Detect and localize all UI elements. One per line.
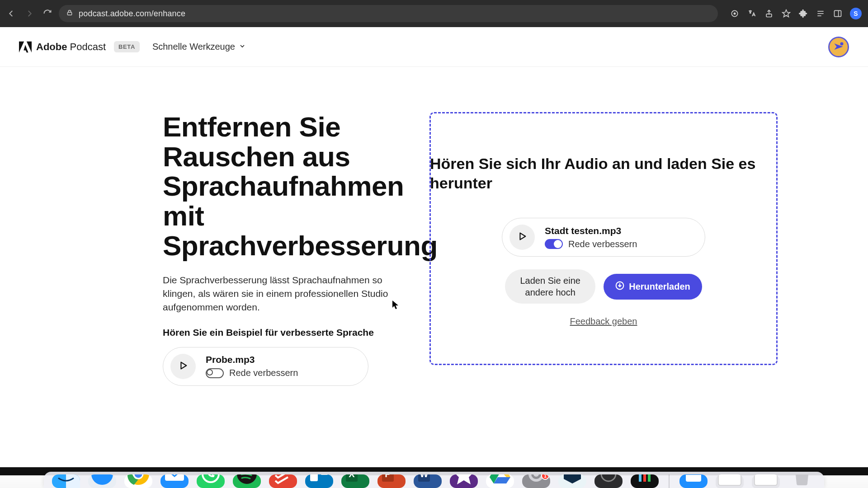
address-bar[interactable]: podcast.adobe.com/enhance: [59, 5, 718, 22]
enhance-label: Rede verbessern: [568, 239, 637, 249]
adobe-logo-icon: [19, 41, 32, 53]
play-icon: [517, 231, 527, 243]
enhance-toggle[interactable]: [206, 368, 224, 378]
share-icon[interactable]: [764, 9, 774, 19]
svg-rect-70: [686, 474, 701, 482]
dock-mail-icon[interactable]: [160, 474, 189, 488]
forward-button[interactable]: [24, 9, 34, 19]
play-button[interactable]: [509, 225, 535, 250]
dock-app2-icon[interactable]: [631, 474, 659, 488]
feedback-link[interactable]: Feedback geben: [570, 316, 637, 327]
main-content: Entfernen Sie Rauschen aus Sprachaufnahm…: [0, 67, 868, 386]
play-button[interactable]: [170, 354, 196, 379]
quick-tools-label: Schnelle Werkzeuge: [152, 42, 235, 52]
sample-filename: Probe.mp3: [206, 354, 298, 365]
reload-button[interactable]: [42, 9, 52, 19]
sample-audio-card: Probe.mp3 Rede verbessern: [163, 347, 368, 386]
svg-marker-10: [19, 41, 24, 52]
svg-rect-41: [310, 474, 318, 481]
dock-area: X P W 1: [0, 470, 868, 488]
svg-text:W: W: [420, 474, 429, 479]
svg-rect-67: [643, 474, 646, 482]
right-column: Hören Sie sich Ihr Audio an und laden Si…: [429, 112, 791, 386]
dropzone-title: Hören Sie sich Ihr Audio an und laden Si…: [430, 154, 776, 192]
address-url: podcast.adobe.com/enhance: [79, 9, 185, 19]
sidepanel-icon[interactable]: [833, 9, 843, 19]
back-button[interactable]: [6, 9, 16, 19]
page-header: Adobe Podcast BETA Schnelle Werkzeuge: [0, 27, 868, 67]
svg-point-15: [840, 42, 843, 45]
translate-icon[interactable]: [747, 9, 757, 19]
enhance-label: Rede verbessern: [229, 368, 298, 378]
download-label: Herunterladen: [629, 282, 690, 292]
dock-xcode-icon[interactable]: [679, 474, 708, 488]
dock-drive-icon[interactable]: [486, 474, 514, 488]
dock-imovie-icon[interactable]: [450, 474, 478, 488]
dock-separator: [669, 474, 670, 488]
svg-text:X: X: [349, 474, 355, 479]
page-subtitle: Die Sprachverbesserung lässt Sprachaufna…: [163, 273, 411, 314]
reading-list-icon[interactable]: [816, 9, 826, 19]
download-button[interactable]: Herunterladen: [604, 274, 702, 300]
dock-trello-icon[interactable]: [305, 474, 333, 488]
browser-nav-controls: [6, 9, 52, 19]
user-avatar[interactable]: [828, 37, 849, 57]
dock-deepl-icon[interactable]: [558, 474, 586, 488]
page-title: Entfernen Sie Rauschen aus Sprachaufnahm…: [163, 112, 411, 261]
left-column: Entfernen Sie Rauschen aus Sprachaufnahm…: [77, 112, 429, 386]
dock-trash-icon[interactable]: [788, 474, 816, 488]
upload-another-label: Laden Sie eine andere hoch: [520, 276, 580, 297]
svg-rect-73: [718, 474, 741, 485]
svg-marker-16: [181, 362, 186, 369]
google-lens-icon[interactable]: [730, 9, 740, 19]
dock-excel-icon[interactable]: X: [341, 474, 369, 488]
dock-safari-icon[interactable]: [88, 474, 116, 488]
enhance-toggle[interactable]: [545, 239, 563, 249]
upload-another-button[interactable]: Laden Sie eine andere hoch: [505, 269, 595, 304]
uploaded-enhance-row: Rede verbessern: [545, 239, 637, 249]
dock-settings-icon[interactable]: 1: [522, 474, 550, 488]
dock-powerpoint-icon[interactable]: P: [377, 474, 406, 488]
svg-rect-40: [305, 474, 333, 488]
profile-initial: S: [854, 10, 858, 17]
nav-left: Adobe Podcast BETA Schnelle Werkzeuge: [19, 41, 246, 53]
dropzone-actions: Laden Sie eine andere hoch Herunterladen: [505, 269, 702, 304]
uploaded-audio-card: Stadt testen.mp3 Rede verbessern: [502, 218, 705, 257]
svg-rect-8: [835, 10, 841, 16]
svg-text:P: P: [385, 474, 391, 479]
dock-spotify-icon[interactable]: [233, 474, 261, 488]
sample-enhance-row: Rede verbessern: [206, 368, 298, 378]
extensions-icon[interactable]: [798, 9, 808, 19]
dock-app-icon[interactable]: [594, 474, 623, 488]
dock-chrome-icon[interactable]: [124, 474, 152, 488]
dropzone-center: Stadt testen.mp3 Rede verbessern Laden S…: [431, 209, 776, 327]
browser-profile-avatar[interactable]: S: [850, 8, 862, 19]
bookmark-icon[interactable]: [781, 9, 791, 19]
dock-minimized-window-icon[interactable]: [716, 474, 744, 488]
dock-todoist-icon[interactable]: [269, 474, 297, 488]
uploaded-filename: Stadt testen.mp3: [545, 225, 637, 236]
download-icon: [615, 281, 624, 292]
play-icon: [178, 361, 188, 372]
chevron-down-icon: [239, 42, 246, 52]
browser-chrome: podcast.adobe.com/enhance S: [0, 0, 868, 27]
lock-icon: [66, 9, 73, 19]
svg-rect-66: [639, 474, 642, 482]
upload-dropzone[interactable]: Hören Sie sich Ihr Audio an und laden Si…: [429, 112, 778, 365]
svg-point-2: [734, 13, 736, 15]
dock-minimized-window2-icon[interactable]: [752, 474, 780, 488]
svg-rect-75: [755, 474, 777, 485]
sample-audio-meta: Probe.mp3 Rede verbessern: [206, 354, 298, 378]
svg-rect-39: [269, 474, 297, 488]
svg-rect-42: [321, 474, 328, 475]
brand[interactable]: Adobe Podcast BETA: [19, 41, 140, 53]
beta-badge: BETA: [114, 41, 140, 52]
quick-tools-menu[interactable]: Schnelle Werkzeuge: [152, 42, 246, 52]
dock-whatsapp-icon[interactable]: [197, 474, 225, 488]
dock-finder-icon[interactable]: [52, 474, 80, 488]
svg-marker-12: [24, 45, 28, 52]
browser-actions: S: [730, 8, 862, 19]
dock-word-icon[interactable]: W: [414, 474, 442, 488]
svg-marker-17: [520, 233, 525, 240]
svg-marker-4: [783, 10, 790, 17]
